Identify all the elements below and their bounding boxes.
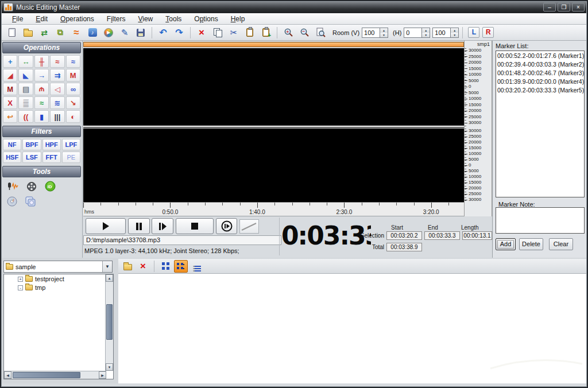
marker-list-item[interactable]: 00:01:39.9-00:02:00.0 (Marker4) <box>496 77 584 86</box>
tree-item[interactable]: +testproject <box>5 275 105 284</box>
operation-button-24[interactable]: ||| <box>50 110 64 123</box>
filter-button-fft[interactable]: FFT <box>42 152 61 163</box>
scroll-right-arrow[interactable]: ▶ <box>99 371 106 379</box>
audio-cd-tool-icon[interactable]: ♪ <box>7 196 17 208</box>
pause-button[interactable] <box>128 218 150 234</box>
operation-button-10[interactable]: M <box>66 69 80 82</box>
save-button[interactable] <box>133 26 148 40</box>
room-v-up-arrow[interactable]: ▲ <box>380 28 388 33</box>
copy-button[interactable] <box>210 26 225 40</box>
filter-button-bpf[interactable]: BPF <box>22 139 41 150</box>
zoom-in-button[interactable]: + <box>281 26 296 40</box>
marker-list-item[interactable]: 00:01:48.2-00:02:46.7 (Marker3) <box>496 68 584 77</box>
operation-button-7[interactable]: ◣ <box>18 69 33 82</box>
undo-button[interactable]: ↶ <box>156 26 171 40</box>
left-channel-button[interactable]: L <box>468 27 479 38</box>
tree-item[interactable]: -tmp <box>5 284 105 292</box>
operation-button-21[interactable]: ↩ <box>3 110 17 123</box>
edit-button[interactable]: ✎ <box>117 26 132 40</box>
operation-button-12[interactable]: ▤ <box>18 83 33 95</box>
id3-tool-icon[interactable]: ID <box>45 181 56 193</box>
cd-copy-tool-icon[interactable] <box>25 196 36 208</box>
operation-button-17[interactable]: ▒ <box>18 96 33 109</box>
operation-button-3[interactable]: ╫ <box>34 55 49 68</box>
room-h2-up-arrow[interactable]: ▲ <box>451 28 458 33</box>
filter-button-hpf[interactable]: HPF <box>42 139 61 150</box>
menu-tools[interactable]: Tools <box>159 14 188 24</box>
room-h2-input[interactable]: 100 <box>432 28 451 38</box>
waveform-channel-right[interactable] <box>83 129 464 202</box>
room-h-up-arrow[interactable]: ▲ <box>422 28 430 33</box>
player-button[interactable]: ▶ <box>101 26 116 40</box>
large-icons-view-button[interactable] <box>158 260 172 273</box>
menu-operations[interactable]: Operations <box>54 14 100 24</box>
operation-button-4[interactable]: ≈ <box>50 55 64 68</box>
operation-button-8[interactable]: → <box>34 69 49 82</box>
filter-button-lsf[interactable]: LSF <box>22 152 41 163</box>
join-waves-button[interactable]: ≈ <box>69 26 84 40</box>
marker-delete-button[interactable]: Delete <box>519 238 543 250</box>
menu-file[interactable]: File <box>6 14 29 24</box>
record-tool-icon[interactable] <box>7 181 18 193</box>
volume-fader[interactable] <box>239 219 259 234</box>
collapse-icon[interactable]: - <box>18 285 23 290</box>
play-pause-button[interactable] <box>152 218 173 234</box>
marker-list-item[interactable]: 00:00:52.2-00:01:27.6 (Marker1) <box>496 51 584 60</box>
play-button[interactable] <box>86 218 126 234</box>
paste-insert-button[interactable]: + <box>258 26 273 40</box>
operation-button-25[interactable]: ◐ <box>66 110 80 123</box>
filter-button-hsf[interactable]: HSF <box>3 152 21 163</box>
maximize-button[interactable]: ❐ <box>558 3 570 11</box>
filter-button-pe[interactable]: PE <box>62 152 80 163</box>
operation-button-6[interactable]: ◢ <box>3 69 17 82</box>
operation-button-23[interactable]: ▮ <box>34 110 49 123</box>
room-h-down-arrow[interactable]: ▼ <box>422 33 430 37</box>
marker-note-input[interactable] <box>496 207 585 234</box>
operation-button-2[interactable]: ↔ <box>18 55 33 68</box>
room-v-down-arrow[interactable]: ▼ <box>380 33 388 37</box>
expand-icon[interactable]: + <box>18 277 23 282</box>
delete-button[interactable]: × <box>194 26 209 40</box>
filter-button-lpf[interactable]: LPF <box>62 139 80 150</box>
operation-button-16[interactable]: X <box>3 96 17 109</box>
small-icons-view-button[interactable] <box>174 260 188 273</box>
marker-list-item[interactable]: 00:03:20.2-00:03:33.3 (Marker5) <box>496 86 584 94</box>
paste-button[interactable] <box>242 26 257 40</box>
operation-button-22[interactable]: (( <box>18 110 33 123</box>
cut-button[interactable]: ✂ <box>226 26 241 40</box>
video-tool-icon[interactable] <box>26 181 37 193</box>
batch-convert-button[interactable]: ⧉ <box>53 26 68 40</box>
room-h2-down-arrow[interactable]: ▼ <box>451 33 458 37</box>
open-file-button[interactable] <box>21 26 36 40</box>
operation-button-1[interactable]: + <box>3 55 17 68</box>
tree-horizontal-scrollbar[interactable]: ◀ ▶ <box>4 371 106 379</box>
operation-button-18[interactable]: ≈ <box>34 96 49 109</box>
loop-play-button[interactable] <box>216 218 237 234</box>
filter-button-nf[interactable]: NF <box>3 139 21 150</box>
right-channel-button[interactable]: R <box>482 27 494 38</box>
menu-edit[interactable]: Edit <box>29 14 54 24</box>
tree-vscroll-thumb[interactable] <box>106 304 113 340</box>
scroll-down-arrow[interactable]: ▼ <box>106 363 113 371</box>
room-v-input[interactable]: 100 <box>362 28 380 38</box>
marker-list[interactable]: 00:00:52.2-00:01:27.6 (Marker1)00:02:39.… <box>496 51 585 197</box>
operation-button-20[interactable]: ↘ <box>66 96 80 109</box>
media-file-button[interactable]: ♪ <box>85 26 100 40</box>
room-h-input[interactable]: 0 <box>404 28 422 38</box>
operation-button-15[interactable]: ∞ <box>66 83 80 95</box>
new-file-button[interactable] <box>5 26 20 40</box>
scroll-left-arrow[interactable]: ◀ <box>4 371 11 379</box>
export-button[interactable]: ⇄ <box>37 26 52 40</box>
menu-view[interactable]: View <box>131 14 159 24</box>
stop-button[interactable] <box>176 218 214 234</box>
operation-button-14[interactable]: ◁ <box>50 83 64 95</box>
marker-list-item[interactable]: 00:02:39.4-00:03:03.3 (Marker2) <box>496 60 584 68</box>
zoom-out-button[interactable]: − <box>297 26 312 40</box>
menu-filters[interactable]: Filters <box>100 14 132 24</box>
marker-add-button[interactable]: Add <box>496 238 516 250</box>
tree-vertical-scrollbar[interactable]: ▲ ▼ <box>105 274 113 371</box>
folder-combobox[interactable]: sample ▼ <box>3 261 113 273</box>
menu-help[interactable]: Help <box>225 14 252 24</box>
zoom-fit-button[interactable] <box>313 26 328 40</box>
list-open-folder-button[interactable] <box>121 260 134 273</box>
